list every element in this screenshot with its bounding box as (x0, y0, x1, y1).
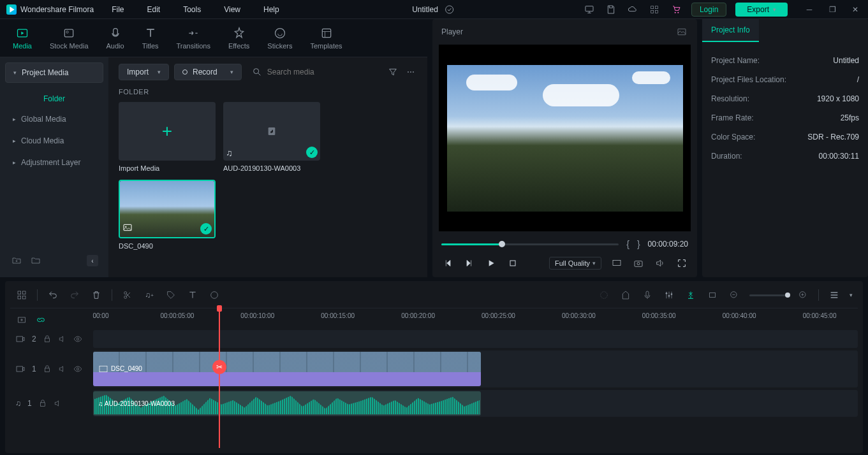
video-clip[interactable]: DSC_0490 (93, 352, 481, 386)
fullscreen-icon[interactable] (675, 257, 688, 270)
filter-icon[interactable] (386, 66, 399, 78)
track-lock-icon[interactable] (43, 335, 52, 343)
list-view-button[interactable] (828, 289, 841, 301)
project-media-button[interactable]: ▾Project Media (5, 62, 103, 83)
aim-icon[interactable] (598, 289, 610, 301)
desktop-icon[interactable] (583, 3, 596, 16)
tab-stock-media[interactable]: Stock Media (50, 27, 89, 50)
sidebar-item-adjustment-layer[interactable]: ▸Adjustment Layer (5, 152, 103, 173)
player-viewport[interactable] (439, 45, 691, 231)
text-button[interactable] (186, 289, 199, 301)
tab-effects[interactable]: Effects (228, 27, 249, 50)
menu-help[interactable]: Help (258, 3, 284, 17)
folder-label[interactable]: Folder (5, 89, 103, 108)
zoom-out-button[interactable] (728, 289, 740, 301)
scissors-icon[interactable]: ✂ (212, 360, 226, 374)
zoom-in-button[interactable] (797, 289, 809, 301)
track-mute-icon[interactable] (58, 335, 67, 343)
sidebar-item-cloud-media[interactable]: ▸Cloud Media (5, 130, 103, 152)
svg-point-16 (125, 226, 126, 227)
add-track-button[interactable] (15, 314, 28, 326)
track-hide-icon[interactable] (73, 365, 82, 373)
undo-button[interactable] (47, 289, 59, 301)
display-icon[interactable] (610, 257, 623, 270)
tab-titles[interactable]: Titles (142, 27, 159, 50)
export-button[interactable]: Export▾ (735, 3, 788, 17)
folder-icon[interactable] (29, 254, 42, 267)
mixer-button[interactable] (663, 289, 675, 301)
link-button[interactable] (34, 314, 47, 326)
stop-button[interactable] (506, 257, 519, 270)
app-logo: Wondershare Filmora (6, 4, 94, 15)
menu-edit[interactable]: Edit (142, 3, 166, 17)
audio-clip[interactable]: ♫ AUD-20190130-WA0003 (93, 391, 481, 415)
player-settings-icon[interactable] (675, 25, 688, 38)
mic-button[interactable] (641, 289, 654, 301)
media-tile-audio[interactable]: ♫ ✓ AUD-20190130-WA0003 (223, 102, 320, 172)
media-tile-import[interactable]: + Import Media (119, 102, 216, 172)
titlebar: Wondershare Filmora File Edit Tools View… (0, 0, 868, 19)
login-button[interactable]: Login (691, 3, 726, 17)
mark-in-button[interactable]: { (626, 239, 629, 249)
track-hide-icon[interactable] (73, 335, 82, 343)
tab-templates[interactable]: Templates (310, 27, 342, 50)
menu-tools[interactable]: Tools (178, 3, 206, 17)
menu-file[interactable]: File (107, 3, 129, 17)
quality-dropdown[interactable]: Full Quality▾ (549, 257, 601, 270)
svg-rect-39 (45, 338, 49, 342)
tab-stickers[interactable]: Stickers (267, 27, 292, 50)
track-lane[interactable]: DSC_0490 (93, 350, 858, 387)
track-lock-icon[interactable] (43, 365, 52, 373)
collapse-sidebar-button[interactable]: ‹ (87, 255, 98, 266)
search-box[interactable] (247, 67, 381, 77)
audio-detach-button[interactable]: ♫+ (143, 289, 156, 301)
maximize-button[interactable]: ❐ (826, 3, 839, 16)
svg-point-32 (668, 295, 670, 297)
snapshot-icon[interactable] (632, 257, 645, 270)
menu-view[interactable]: View (219, 3, 246, 17)
search-input[interactable] (267, 68, 376, 76)
svg-rect-4 (651, 10, 654, 13)
track-mute-icon[interactable] (58, 365, 67, 373)
timeline-ruler[interactable]: 00:00 00:00:05:00 00:00:10:00 00:00:15:0… (93, 312, 858, 328)
play-button[interactable] (485, 257, 497, 270)
track-lane[interactable]: ♫ AUD-20190130-WA0003 (93, 390, 858, 417)
redo-button[interactable] (68, 289, 81, 301)
tab-media[interactable]: Media (13, 27, 32, 50)
svg-point-43 (77, 368, 79, 370)
crop-button[interactable] (706, 289, 719, 301)
import-dropdown[interactable]: Import▾ (119, 64, 169, 80)
volume-icon[interactable] (654, 257, 666, 270)
sidebar-item-global-media[interactable]: ▸Global Media (5, 108, 103, 130)
cloud-icon[interactable] (626, 3, 639, 16)
cart-icon[interactable] (670, 3, 682, 16)
timeline-panel: ♫+ ▾ 00:00 00:00:05:00 00:00:10:00 00:00… (5, 281, 863, 453)
close-button[interactable]: ✕ (849, 3, 862, 16)
player-progress[interactable] (441, 243, 619, 245)
marker-button[interactable] (619, 289, 632, 301)
zoom-slider[interactable] (749, 294, 788, 296)
tab-project-info[interactable]: Project Info (702, 19, 759, 42)
split-button[interactable] (121, 289, 134, 301)
step-button[interactable] (463, 257, 476, 270)
tab-transitions[interactable]: Transitions (177, 27, 210, 50)
track-mute-icon[interactable] (54, 399, 63, 408)
more-icon[interactable]: ⋯ (404, 66, 417, 78)
playhead[interactable]: ✂ (219, 307, 220, 448)
record-dropdown[interactable]: Record▾ (174, 64, 242, 80)
magnet-button[interactable] (684, 289, 697, 301)
layout-icon[interactable] (15, 289, 28, 301)
minimize-button[interactable]: ─ (803, 3, 816, 16)
prev-frame-button[interactable] (441, 257, 454, 270)
folder-add-icon[interactable] (10, 254, 23, 267)
track-lane[interactable] (93, 330, 858, 348)
track-lock-icon[interactable] (38, 399, 47, 408)
apps-icon[interactable] (648, 3, 661, 16)
mark-out-button[interactable]: } (637, 239, 640, 249)
delete-button[interactable] (90, 289, 103, 301)
save-icon[interactable] (605, 3, 617, 16)
color-button[interactable] (208, 289, 221, 301)
media-tile-image[interactable]: ✓ DSC_0490 (119, 180, 216, 250)
tag-button[interactable] (165, 289, 177, 301)
tab-audio[interactable]: Audio (107, 27, 124, 50)
